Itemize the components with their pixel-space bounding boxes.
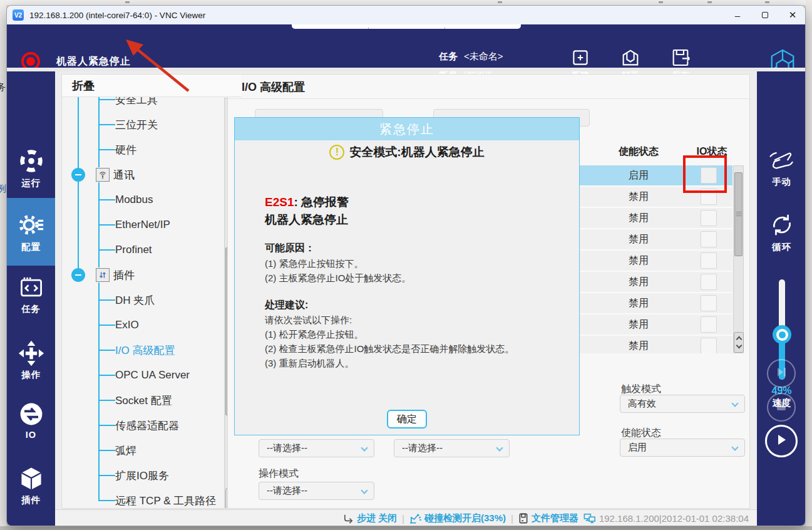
cycle-mode-button[interactable]: 循环 <box>757 210 806 253</box>
speed-slider-thumb[interactable] <box>773 325 791 344</box>
file-manager-button[interactable]: 文件管理器 <box>518 512 578 524</box>
chevron-down-icon <box>731 444 738 450</box>
desktop-fragment-mark <box>765 1 769 3</box>
annotation-highlight-box <box>683 155 727 193</box>
tree-item-arc-welding[interactable]: 弧焊 <box>62 438 241 463</box>
collapse-minus-icon[interactable] <box>71 268 85 282</box>
error-name: 急停报警 <box>301 195 349 209</box>
code-window-icon <box>7 274 55 301</box>
enable-state-cell: 启用 <box>629 169 649 182</box>
play-button[interactable] <box>765 425 798 457</box>
tree-item-label: 远程 TCP & 工具路径 <box>115 494 216 508</box>
trigger-mode-label: 触发模式 <box>621 383 661 396</box>
select-placeholder-dropdown-1[interactable]: --请选择-- <box>259 439 374 457</box>
vnc-logo-icon: V2 <box>13 9 24 21</box>
tree-item-hardware[interactable]: 硬件 <box>62 137 241 162</box>
select-placeholder-value: --请选择-- <box>402 442 443 454</box>
ok-button[interactable]: 确定 <box>387 410 427 429</box>
op-mode-select[interactable]: --请选择-- <box>259 482 374 500</box>
minimize-button[interactable]: – <box>724 6 751 24</box>
tree-item-modbus[interactable]: Modbus <box>62 187 241 212</box>
tree-item-socket-config[interactable]: Socket 配置 <box>62 388 241 413</box>
enable-state-label: 使能状态 <box>621 427 661 440</box>
io-state-checkbox[interactable] <box>701 210 717 226</box>
tree-item-label: 扩展IO服务 <box>115 469 169 483</box>
window-titlebar[interactable]: V2 192.168.1.200 (intel-corei7-64:0) - V… <box>7 6 806 24</box>
tree-item-label: I/O 高级配置 <box>115 343 175 358</box>
io-state-checkbox[interactable] <box>701 295 717 311</box>
sidebar-item-task[interactable]: 任务 <box>7 274 55 315</box>
step-status[interactable]: 步进 关闭 <box>343 512 397 524</box>
tree-item-label: 传感器适配器 <box>115 418 179 433</box>
manual-mode-button[interactable]: 手动 <box>757 148 806 188</box>
tree-connector <box>98 450 115 451</box>
tree-item-ethernet-ip[interactable]: EtherNet/IP <box>62 212 241 237</box>
maximize-button[interactable] <box>751 6 779 24</box>
sidebar-item-config[interactable]: 配置 <box>7 198 55 266</box>
table-scrollbar-arrows[interactable] <box>734 332 744 353</box>
desktop-background: 务 例 V2 192.168.1.200 (intel-corei7-64:0)… <box>0 0 812 530</box>
error-code: E2S1 <box>265 195 294 209</box>
tree-item-exio[interactable]: ExIO <box>62 313 241 338</box>
scroll-down-icon[interactable] <box>736 343 742 349</box>
tree-item-plugins[interactable]: 插件 <box>62 262 241 288</box>
robot-app-header: 机器人紧急停止 任务<未命名> 配置default 新建 打开 保存 <box>7 24 806 68</box>
tree-collapse-header[interactable]: 折叠 <box>62 75 241 97</box>
tree-item-label: 通讯 <box>113 168 135 182</box>
sidebar-item-run[interactable]: 运行 <box>7 147 55 189</box>
advice-intro: 请依次尝试以下操作: <box>265 314 352 326</box>
dialog-titlebar: 紧急停止 <box>235 118 579 140</box>
sidebar-item-io[interactable]: IO <box>7 400 55 440</box>
advice-line: (3) 重新启动机器人。 <box>265 358 354 370</box>
status-separator: | <box>402 513 404 524</box>
tree-item-label: 三位开关 <box>115 118 158 132</box>
cause-line: (2) 主板紧急停止IO处于触发状态。 <box>265 273 411 284</box>
title-divider <box>228 98 749 99</box>
io-state-checkbox[interactable] <box>701 316 717 333</box>
vnc-toolbar-notch[interactable] <box>292 24 521 29</box>
scroll-up-icon[interactable] <box>736 336 742 342</box>
network-monitor-icon <box>583 513 596 524</box>
warning-icon: ! <box>329 145 344 160</box>
io-state-checkbox[interactable] <box>701 274 717 290</box>
io-state-checkbox[interactable] <box>701 338 717 353</box>
tree-item-opc-ua-server[interactable]: OPC UA Server <box>62 363 241 388</box>
select-placeholder-value: --请选择-- <box>267 442 307 454</box>
run-target-icon <box>7 147 55 175</box>
tree-item-profinet[interactable]: Profinet <box>62 237 241 262</box>
play-icon <box>775 434 788 449</box>
desktop-strip-top <box>0 0 812 5</box>
tree-item-dh-gripper[interactable]: DH 夹爪 <box>62 288 241 313</box>
tree-item-remote-tcp-toolpath[interactable]: 远程 TCP & 工具路径 <box>62 488 241 509</box>
step-forward-icon <box>775 366 788 381</box>
tree-item-extended-io-service[interactable]: 扩展IO服务 <box>62 463 241 488</box>
select-placeholder-dropdown-2[interactable]: --请选择-- <box>394 439 510 457</box>
sidebar-item-plugin[interactable]: 插件 <box>7 465 55 506</box>
tree-connector <box>98 475 115 476</box>
maximize-icon <box>762 12 768 18</box>
tree-item-io-advanced[interactable]: I/O 高级配置 <box>62 338 241 363</box>
stop-button[interactable] <box>767 393 796 422</box>
desktop-strip-bottom <box>0 526 812 530</box>
step-forward-button[interactable] <box>767 359 796 388</box>
advice-line: (2) 检查主板紧急停止IO触发状态是否正确并解除触发状态。 <box>265 343 514 355</box>
cube-icon <box>7 465 55 492</box>
advice-title: 处理建议: <box>265 299 308 312</box>
tree-item-three-position-switch[interactable]: 三位开关 <box>62 112 241 137</box>
io-state-checkbox[interactable] <box>701 231 717 247</box>
table-scrollbar-thumb[interactable] <box>734 172 743 256</box>
desktop-fragment-mark <box>498 1 502 3</box>
tree-item-communication[interactable]: 通讯 <box>62 162 241 187</box>
collapse-minus-icon[interactable] <box>71 168 85 182</box>
close-button[interactable]: ✕ <box>779 6 806 24</box>
table-scrollbar[interactable] <box>733 165 744 353</box>
trigger-mode-select[interactable]: 高有效 <box>620 395 745 413</box>
connection-address: 192.168.1.200|2012-01-01 02:38:04 <box>583 513 749 524</box>
tree-item-sensor-adapter[interactable]: 传感器适配器 <box>62 413 241 438</box>
move-arrows-icon <box>7 340 55 367</box>
desktop-fragment-mark <box>707 1 712 3</box>
enable-state-select[interactable]: 启用 <box>620 439 745 457</box>
io-state-checkbox[interactable] <box>701 252 717 269</box>
sidebar-item-operate[interactable]: 操作 <box>7 340 55 381</box>
collision-detect-status[interactable]: 碰撞检测开启(33%) <box>409 512 506 524</box>
